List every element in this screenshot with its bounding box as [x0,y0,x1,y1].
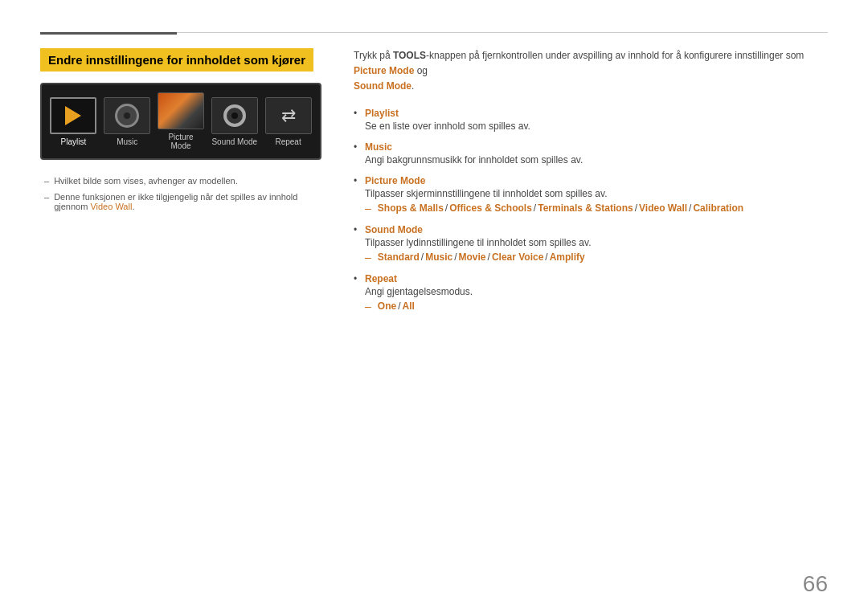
bullet-playlist: Playlist Se en liste over innhold som sp… [354,108,828,132]
repeat-label: Repeat [275,137,301,146]
tools-text: TOOLS [393,50,426,61]
picture-thumbnail-icon [158,93,203,129]
playlist-icon-box [50,97,96,134]
picture-icon-box [158,92,204,129]
bullet-desc-sound: Tilpasser lydinnstillingene til innholde… [365,237,828,248]
page-container: Endre innstillingene for innholdet som k… [0,0,868,613]
media-player: Playlist Music Picture Mode [40,83,321,160]
sound-options: Standard/Music/Movie/Clear Voice/Amplify [378,251,585,263]
play-icon [65,106,81,125]
bullet-title-playlist: Playlist [365,108,828,119]
note-text-2: Denne funksjonen er ikke tilgjengelig nå… [54,192,330,211]
playlist-label: Playlist [61,137,87,146]
top-line-accent [40,32,177,35]
bullet-desc-playlist: Se en liste over innhold som spilles av. [365,121,828,132]
media-item-repeat[interactable]: ⇄ Repeat [264,97,312,146]
picture-sub-options: – Shops & Malls/Offices & Schools/Termin… [365,202,828,215]
picture-sub-dash: – [365,202,371,215]
media-item-music[interactable]: Music [104,97,151,146]
bullet-title-repeat: Repeat [365,273,828,284]
intro-paragraph: Trykk på TOOLS-knappen på fjernkontrolle… [354,48,828,95]
notes-section: – Hvilket bilde som vises, avhenger av m… [40,176,330,211]
left-column: Endre innstillingene for innholdet som k… [40,48,330,218]
sound-mode-intro: Sound Mode [354,80,411,92]
sound-sub-dash: – [365,251,371,264]
note-dash-1: – [44,176,49,186]
sound-sub-options: – Standard/Music/Movie/Clear Voice/Ampli… [365,251,828,264]
section-title: Endre innstillingene for innholdet som k… [40,48,313,72]
note-item-1: – Hvilket bilde som vises, avhenger av m… [44,176,330,186]
picture-mode-intro: Picture Mode [354,65,414,76]
note-dash-2: – [44,192,49,202]
picture-options: Shops & Malls/Offices & Schools/Terminal… [378,202,743,214]
media-item-sound[interactable]: Sound Mode [211,97,258,146]
right-column: Trykk på TOOLS-knappen på fjernkontrolle… [354,48,828,322]
bullet-music: Music Angi bakgrunnsmusikk for innholdet… [354,141,828,166]
bullet-list: Playlist Se en liste over innhold som sp… [354,108,828,313]
media-item-picture[interactable]: Picture Mode [158,92,205,150]
repeat-icon: ⇄ [281,105,296,126]
bullet-desc-music: Angi bakgrunnsmusikk for innholdet som s… [365,154,828,166]
media-item-playlist[interactable]: Playlist [50,97,97,146]
music-disc-icon [115,104,139,128]
video-wall-link[interactable]: Video Wall [90,202,132,211]
bullet-desc-picture: Tilpasser skjerminnstillingene til innho… [365,188,828,199]
sound-circle-icon [223,104,246,127]
bullet-repeat: Repeat Angi gjentagelsesmodus. – One/All [354,273,828,313]
bullet-desc-repeat: Angi gjentagelsesmodus. [365,286,828,297]
sound-label: Sound Mode [211,137,257,146]
bullet-sound: Sound Mode Tilpasser lydinnstillingene t… [354,224,828,264]
sound-icon-box [211,97,258,134]
bullet-picture: Picture Mode Tilpasser skjerminnstilling… [354,175,828,215]
bullet-title-sound: Sound Mode [365,224,828,235]
repeat-options: One/All [378,300,415,312]
note-text-1: Hvilket bilde som vises, avhenger av mod… [54,176,238,186]
note-item-2: – Denne funksjonen er ikke tilgjengelig … [44,192,330,211]
repeat-icon-box: ⇄ [265,97,312,134]
music-icon-box [104,97,150,134]
bullet-title-picture: Picture Mode [365,175,828,186]
content-area: Endre innstillingene for innholdet som k… [40,48,828,573]
music-label: Music [117,137,137,146]
repeat-sub-dash: – [365,300,371,313]
bullet-title-music: Music [365,141,828,153]
picture-label: Picture Mode [158,133,205,150]
page-number: 66 [803,571,828,597]
repeat-sub-options: – One/All [365,300,828,313]
